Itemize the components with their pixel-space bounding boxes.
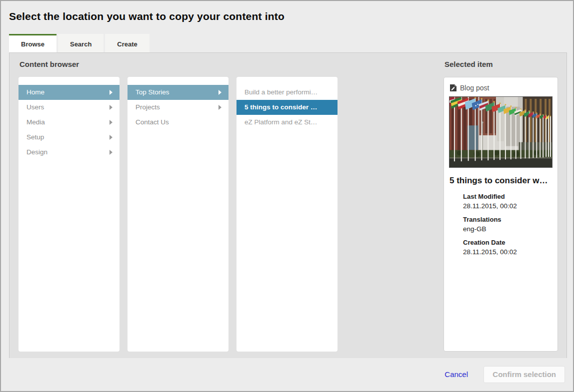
cancel-button[interactable]: Cancel bbox=[444, 370, 468, 379]
chevron-right-icon bbox=[110, 105, 112, 110]
selected-item-card: Blog post bbox=[444, 77, 558, 352]
tree-item-media[interactable]: Media bbox=[18, 115, 120, 130]
tree-item-users[interactable]: Users bbox=[18, 100, 120, 115]
selected-item-heading: Selected item bbox=[444, 60, 493, 68]
tab-create[interactable]: Create bbox=[105, 34, 149, 52]
meta-value-translations: eng-GB bbox=[463, 225, 552, 233]
tab-browse[interactable]: Browse bbox=[9, 34, 56, 52]
dialog-footer: Cancel Confirm selection bbox=[1, 358, 573, 391]
page-title: Select the location you want to copy you… bbox=[9, 10, 284, 22]
selected-item-title: 5 things to consider w… bbox=[450, 176, 552, 186]
finder-column-1: Home Users Media Setup Design bbox=[18, 77, 120, 352]
tree-item-label: Contact Us bbox=[136, 115, 222, 130]
chevron-right-icon bbox=[110, 120, 112, 125]
blog-post-document-icon bbox=[450, 84, 456, 91]
tree-item-top-stories[interactable]: Top Stories bbox=[128, 85, 228, 100]
confirm-selection-button[interactable]: Confirm selection bbox=[484, 366, 565, 383]
tree-item-projects[interactable]: Projects bbox=[128, 100, 228, 115]
tree-item-label: Setup bbox=[26, 130, 106, 145]
tree-item-label: Media bbox=[26, 115, 106, 130]
meta-label-creation-date: Creation Date bbox=[463, 239, 552, 246]
copy-location-dialog: Select the location you want to copy you… bbox=[0, 0, 574, 392]
tree-item-5-things[interactable]: 5 things to consider … bbox=[236, 100, 338, 115]
tree-item-label: Home bbox=[26, 85, 106, 100]
content-type-label: Blog post bbox=[460, 84, 489, 92]
tree-item-label: Top Stories bbox=[136, 85, 214, 100]
tree-item-contact-us[interactable]: Contact Us bbox=[128, 115, 228, 130]
chevron-right-icon bbox=[110, 90, 112, 95]
content-browser-panel: Content browser Selected item Home Users… bbox=[9, 52, 567, 360]
meta-value-last-modified: 28.11.2015, 00:02 bbox=[463, 202, 552, 210]
chevron-right-icon bbox=[218, 105, 222, 110]
tree-item-label: eZ Platform and eZ St… bbox=[244, 115, 330, 130]
finder-column-2: Top Stories Projects Contact Us bbox=[128, 77, 228, 352]
meta-label-last-modified: Last Modified bbox=[463, 193, 552, 200]
finder-columns: Home Users Media Setup Design bbox=[18, 77, 346, 352]
tree-item-home[interactable]: Home bbox=[18, 85, 120, 100]
tab-search[interactable]: Search bbox=[58, 34, 104, 52]
content-type-row: Blog post bbox=[450, 84, 552, 92]
tree-item-label: Projects bbox=[136, 100, 214, 115]
tree-item-label: Build a better performi… bbox=[244, 85, 330, 100]
tab-bar: Browse Search Create bbox=[9, 34, 151, 52]
chevron-right-icon bbox=[110, 150, 112, 155]
tree-item-label: 5 things to consider … bbox=[244, 100, 330, 115]
chevron-right-icon bbox=[218, 90, 222, 95]
selected-item-meta: Last Modified 28.11.2015, 00:02 Translat… bbox=[463, 193, 552, 256]
tree-item-label: Users bbox=[26, 100, 106, 115]
tree-item-setup[interactable]: Setup bbox=[18, 130, 120, 145]
content-browser-heading: Content browser bbox=[20, 60, 79, 68]
meta-value-creation-date: 28.11.2015, 00:02 bbox=[463, 248, 552, 256]
tree-item-build-a-better[interactable]: Build a better performi… bbox=[236, 85, 338, 100]
tree-item-label: Design bbox=[26, 145, 106, 160]
tree-item-design[interactable]: Design bbox=[18, 145, 120, 160]
tree-item-ez-platform[interactable]: eZ Platform and eZ St… bbox=[236, 115, 338, 130]
chevron-right-icon bbox=[110, 135, 112, 140]
un-flags-photo bbox=[449, 96, 552, 168]
meta-label-translations: Translations bbox=[463, 216, 552, 223]
finder-column-3: Build a better performi… 5 things to con… bbox=[236, 77, 338, 352]
